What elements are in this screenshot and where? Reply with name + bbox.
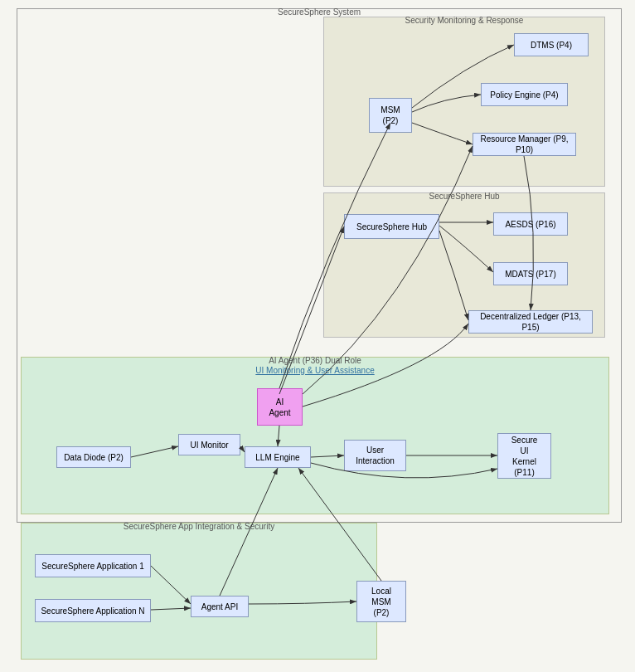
securesphere-hub-boundary-label: SecureSphere Hub bbox=[429, 192, 499, 201]
secure-ui-kernel-node: Secure UI Kernel (P11) bbox=[497, 433, 551, 479]
data-diode-node: Data Diode (P2) bbox=[56, 446, 131, 468]
mdats-node: MDATS (P17) bbox=[493, 262, 568, 285]
agent-api-node: Agent API bbox=[191, 596, 249, 617]
app-integration-label: SecureSphere App Integration & Security bbox=[124, 522, 274, 531]
aesds-node: AESDS (P16) bbox=[493, 212, 568, 236]
local-msm-node: Local MSM (P2) bbox=[356, 581, 406, 622]
decentralized-ledger-node: Decentralized Ledger (P13, P15) bbox=[468, 310, 593, 334]
policy-engine-node: Policy Engine (P4) bbox=[481, 83, 568, 106]
ui-monitor-node: UI Monitor bbox=[178, 434, 240, 455]
resource-manager-node: Resource Manager (P9, P10) bbox=[473, 133, 576, 156]
ai-agent-node: AI Agent bbox=[257, 388, 303, 426]
securesphere-hub-node: SecureSphere Hub bbox=[344, 214, 439, 239]
security-monitoring-label: Security Monitoring & Response bbox=[405, 16, 524, 25]
ai-agent-label2: UI Monitoring & User Assistance bbox=[255, 366, 374, 375]
outer-system-label: SecureSphere System bbox=[278, 7, 361, 17]
msm-p2-node: MSM (P2) bbox=[369, 98, 412, 133]
dtms-node: DTMS (P4) bbox=[514, 33, 589, 56]
securesphere-appn-node: SecureSphere Application N bbox=[35, 599, 151, 622]
ai-agent-label1: AI Agent (P36) Dual Role bbox=[269, 356, 361, 365]
llm-engine-node: LLM Engine bbox=[245, 446, 311, 468]
app-integration-boundary: SecureSphere App Integration & Security bbox=[21, 523, 377, 660]
diagram-container: SecureSphere System Security Monitoring … bbox=[0, 0, 635, 672]
securesphere-app1-node: SecureSphere Application 1 bbox=[35, 554, 151, 577]
user-interaction-node: User Interaction bbox=[344, 440, 406, 471]
